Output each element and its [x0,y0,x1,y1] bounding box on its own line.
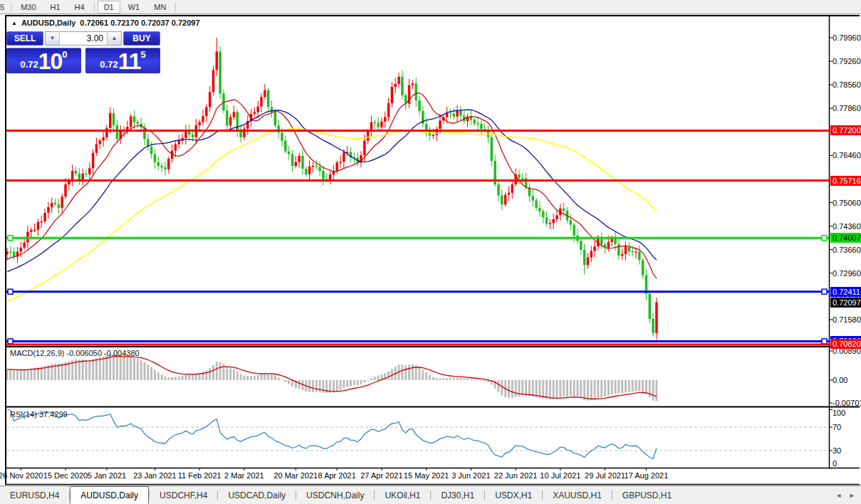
buy-price-box[interactable]: 0.72 11 5 [85,48,160,73]
price-tick-0.71580: 0.71580 [833,315,861,324]
level-handle [822,339,827,344]
tab-scroll-right-icon[interactable]: ► [849,492,855,499]
trade-panel: SELL ▼ 3.00 ▲ BUY 0.72 10 0 0.72 11 5 [6,31,160,73]
chart-tab-USDCNH-Daily[interactable]: USDCNH,Daily [296,486,374,504]
chart-tab-GBPUSD-H1[interactable]: GBPUSD,H1 [612,486,682,504]
chart-tab-USDCAD-Daily[interactable]: USDCAD,Daily [218,486,296,504]
date-tick-22-Jun-2021: 22 Jun 2021 [494,471,538,480]
level-handle [822,236,827,241]
date-tick-8-Apr-2021: 8 Apr 2021 [318,471,356,480]
date-tick-15-May-2021: 15 May 2021 [404,471,449,480]
volume-field[interactable]: 3.00 [60,32,107,45]
rsi-tick-0: 0 [833,459,837,468]
macd-tick-0.00: 0.00 [833,376,847,384]
rsi-line [7,409,657,458]
volume-up-icon[interactable]: ▲ [107,32,121,45]
level-handle [8,339,13,344]
volume-stepper: ▼ 3.00 ▲ [45,31,122,46]
buy-price-big: 11 [118,51,141,72]
date-tick-23-Jan-2021: 23 Jan 2021 [133,471,177,480]
date-tick-15-Dec-2020: 15 Dec 2020 [43,471,88,480]
volume-down-icon[interactable]: ▼ [46,32,60,45]
level-price-label-0.70820: 0.70820 [830,339,861,349]
date-tick-2-Mar-2021: 2 Mar 2021 [224,471,264,480]
candles-layer [6,38,657,340]
level-price-label-0.74007: 0.74007 [830,233,861,243]
rsi-tick-70: 70 [833,423,841,431]
chart-tab-XAUUSD-H1[interactable]: XAUUSD,H1 [543,486,612,504]
trade-panel-price-row: 0.72 10 0 0.72 11 5 [6,48,160,73]
date-tick-20-Mar-2021: 20 Mar 2021 [273,471,318,480]
date-tick-5-Jan-2021: 5 Jan 2021 [88,471,126,480]
buy-price-sup: 5 [140,49,145,60]
symbol-label: AUDUSD,Daily [21,19,75,27]
sell-price-base: 0.72 [20,59,38,70]
ohlc-values: 0.72061 0.72170 0.72037 0.72097 [80,19,199,27]
tab-scroll-controls: ◄► [835,486,861,504]
date-tick-27-Apr-2021: 27 Apr 2021 [360,471,402,480]
price-tick-0.74360: 0.74360 [833,222,861,231]
date-tick-17-Aug-2021: 17 Aug 2021 [625,471,669,480]
tab-scroll-left-icon[interactable]: ◄ [835,492,842,499]
collapse-triangle-icon[interactable]: ▲ [11,20,17,26]
current-price-label: 0.72097 [830,298,861,308]
buy-price-base: 0.72 [100,59,118,70]
chart-tab-bar: EURUSD,H4AUDUSD,DailyUSDCHF,H4USDCAD,Dai… [0,485,861,504]
macd-signal-line [7,356,657,399]
chart-tab-USDX-H1[interactable]: USDX,H1 [485,486,542,504]
chart-canvas[interactable] [0,0,861,504]
trading-terminal: 5M30H1H4D1W1MN ▲ AUDUSD,Daily 0.72061 0.… [0,0,861,504]
level-handle [822,289,827,294]
price-tick-0.75060: 0.75060 [833,199,861,207]
level-price-label-0.72411: 0.72411 [830,287,861,297]
price-tick-0.72960: 0.72960 [833,269,861,278]
chart-tab-EURUSD-H4[interactable]: EURUSD,H4 [0,486,69,504]
level-handle [8,236,13,241]
price-tick-0.77860: 0.77860 [833,104,861,112]
sell-price-box[interactable]: 0.72 10 0 [6,48,81,73]
price-tick-0.79260: 0.79260 [833,57,861,65]
date-tick-10-Jul-2021: 10 Jul 2021 [540,471,580,480]
sell-button[interactable]: SELL [6,31,43,46]
level-price-label-0.77200: 0.77200 [830,125,861,135]
price-tick-0.78560: 0.78560 [833,80,861,89]
level-price-label-0.75716: 0.75716 [830,176,861,186]
level-handle [8,289,13,294]
rsi-label: RSI(14) 37.4299 [10,410,68,419]
chart-title: ▲ AUDUSD,Daily 0.72061 0.72170 0.72037 0… [11,19,200,27]
buy-button[interactable]: BUY [123,31,160,46]
sell-price-sup: 0 [62,49,67,60]
chart-tab-DJ30-H1[interactable]: DJ30,H1 [431,486,484,504]
date-tick-11-Feb-2021: 11 Feb 2021 [178,471,221,480]
price-tick-0.79960: 0.79960 [833,33,861,42]
chart-tab-UKOil-H1[interactable]: UKOil,H1 [375,486,430,504]
price-tick-0.76460: 0.76460 [833,151,861,159]
ma-25-line [7,110,657,272]
chart-tab-USDCHF-H4[interactable]: USDCHF,H4 [150,486,217,504]
macd-tick--0.007013: -0.007013 [833,399,861,407]
chart-tab-AUDUSD-Daily[interactable]: AUDUSD,Daily [70,486,149,504]
date-tick-3-Jun-2021: 3 Jun 2021 [452,471,490,480]
price-tick-0.73660: 0.73660 [833,246,861,254]
sell-price-big: 10 [38,51,63,72]
rsi-tick-100: 100 [833,409,845,417]
trade-panel-top-row: SELL ▼ 3.00 ▲ BUY [6,31,160,46]
date-tick-29-Jul-2021: 29 Jul 2021 [585,471,625,480]
macd-layer [6,354,658,401]
macd-label: MACD(12,26,9) -0.006050 -0.004380 [10,349,140,357]
rsi-tick-30: 30 [833,446,841,455]
date-tick-26-Nov-2020: 26 Nov 2020 [0,471,43,480]
